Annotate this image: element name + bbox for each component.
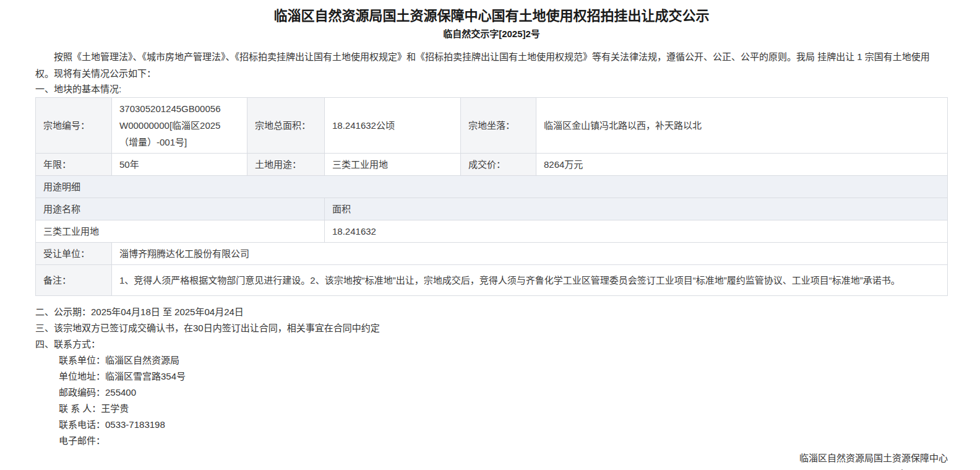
location-value: 临淄区金山镇冯北路以西，补天路以北 (536, 98, 948, 154)
contact-address: 单位地址：临淄区雪宫路354号 (35, 368, 948, 385)
contact-phone: 联系电话：0533-7183198 (35, 417, 948, 433)
grantee-value: 淄博齐翔腾达化工股份有限公司 (112, 243, 948, 265)
parcel-no-label: 宗地编号： (36, 98, 112, 154)
total-area-value: 18.241632公顷 (325, 98, 461, 154)
remark-value: 1、竞得人须严格根据文物部门意见进行建设。2、该宗地按“标准地”出让，宗地成交后… (112, 265, 948, 296)
table-row: 用途明细 (36, 176, 948, 198)
section-4-heading: 四、联系方式： (35, 336, 948, 352)
section-1-heading: 一、地块的基本情况: (35, 82, 948, 96)
usage-area-value: 18.241632 (325, 220, 948, 243)
deal-price-value: 8264万元 (536, 154, 948, 176)
area-header: 面积 (325, 198, 948, 220)
usage-name-value: 三类工业用地 (36, 220, 325, 243)
grantee-label: 受让单位： (36, 243, 112, 265)
section-2-publicity-period: 二、公示期：2025年04月18日 至 2025年04月24日 (35, 304, 948, 320)
table-row: 三类工业用地 18.241632 (36, 220, 948, 243)
contact-person: 联 系 人：王学贵 (35, 401, 948, 417)
tenure-label: 年限： (36, 154, 112, 176)
parcel-no-value: 370305201245GB00056 W00000000[临淄区2025 （增… (112, 98, 247, 154)
intro-paragraph: 按照《土地管理法》、《城市房地产管理法》、《招标拍卖挂牌出让国有土地使用权规定》… (35, 48, 948, 82)
contact-postcode: 邮政编码：255400 (35, 385, 948, 401)
document-number: 临自然交示字[2025]2号 (35, 28, 948, 40)
deal-price-label: 成交价： (461, 154, 536, 176)
land-use-label: 土地用途： (247, 154, 325, 176)
usage-name-header: 用途名称 (36, 198, 325, 220)
remark-label: 备注： (36, 265, 112, 296)
parcel-info-table: 宗地编号： 370305201245GB00056 W00000000[临淄区2… (35, 97, 948, 296)
section-3-contract-note: 三、该宗地双方已签订成交确认书，在30日内签订出让合同，相关事宜在合同中约定 (35, 320, 948, 336)
tenure-value: 50年 (112, 154, 247, 176)
location-label: 宗地坐落： (461, 98, 536, 154)
table-row: 宗地编号： 370305201245GB00056 W00000000[临淄区2… (36, 98, 948, 154)
table-row: 用途名称 面积 (36, 198, 948, 220)
page-title: 临淄区自然资源局国土资源保障中心国有土地使用权招拍挂出让成交公示 (35, 0, 948, 24)
announcement-page: 临淄区自然资源局国土资源保障中心国有土地使用权招拍挂出让成交公示 临自然交示字[… (0, 0, 980, 470)
signature-org: 临淄区自然资源局国土资源保障中心 (35, 450, 948, 466)
signature-block: 临淄区自然资源局国土资源保障中心 2025年04月18日 (35, 450, 948, 470)
usage-detail-heading: 用途明细 (36, 176, 948, 198)
land-use-value: 三类工业用地 (325, 154, 461, 176)
signature-date: 2025年04月18日 (35, 466, 948, 470)
contact-unit: 联系单位：临淄区自然资源局 (35, 352, 948, 368)
table-row: 年限： 50年 土地用途： 三类工业用地 成交价： 8264万元 (36, 154, 948, 176)
contact-email: 电子邮件： (35, 433, 948, 449)
table-row: 备注： 1、竞得人须严格根据文物部门意见进行建设。2、该宗地按“标准地”出让，宗… (36, 265, 948, 296)
table-row: 受让单位： 淄博齐翔腾达化工股份有限公司 (36, 243, 948, 265)
total-area-label: 宗地总面积： (247, 98, 325, 154)
